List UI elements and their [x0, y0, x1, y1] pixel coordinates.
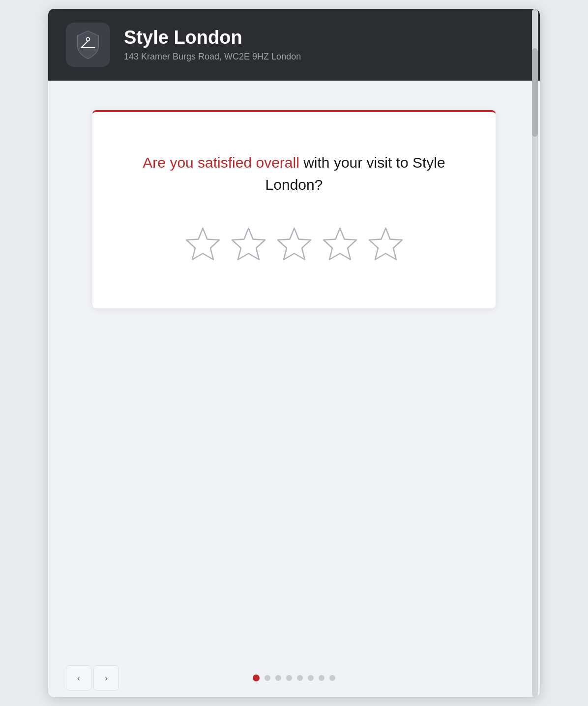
prev-button[interactable]: ‹: [66, 665, 91, 691]
business-name: Style London: [124, 28, 301, 48]
dot-1[interactable]: [253, 675, 260, 681]
business-address: 143 Kramer Burgs Road, WC2E 9HZ London: [124, 52, 301, 62]
dot-5[interactable]: [297, 675, 303, 681]
scrollbar-thumb[interactable]: [532, 48, 538, 137]
logo-badge: [66, 23, 110, 67]
next-button[interactable]: ›: [93, 665, 119, 691]
question-highlight: Are you satisfied overall: [143, 154, 299, 171]
star-2[interactable]: [230, 225, 267, 264]
svg-marker-4: [323, 228, 356, 260]
dots-row: [253, 675, 335, 681]
dot-8[interactable]: [329, 675, 335, 681]
logo-icon: [73, 30, 103, 59]
dot-4[interactable]: [286, 675, 292, 681]
svg-marker-2: [232, 228, 265, 260]
nav-footer: ‹ ›: [48, 675, 540, 681]
scrollbar[interactable]: [532, 9, 538, 697]
star-5[interactable]: [367, 225, 404, 264]
nav-arrows: ‹ ›: [66, 665, 119, 691]
star-4[interactable]: [322, 225, 358, 264]
dot-2[interactable]: [265, 675, 270, 681]
star-1[interactable]: [184, 225, 221, 264]
header-text: Style London 143 Kramer Burgs Road, WC2E…: [124, 28, 301, 62]
star-3[interactable]: [276, 225, 313, 264]
app-header: Style London 143 Kramer Burgs Road, WC2E…: [48, 9, 540, 81]
svg-marker-5: [369, 228, 402, 260]
main-content: Are you satisfied overall with your visi…: [48, 81, 540, 697]
dot-7[interactable]: [319, 675, 324, 681]
svg-marker-3: [278, 228, 311, 260]
survey-question: Are you satisfied overall with your visi…: [122, 151, 466, 196]
stars-row: [184, 225, 404, 264]
svg-marker-1: [186, 228, 219, 260]
dot-6[interactable]: [308, 675, 314, 681]
browser-window: Style London 143 Kramer Burgs Road, WC2E…: [48, 9, 540, 697]
dot-3[interactable]: [275, 675, 281, 681]
survey-card: Are you satisfied overall with your visi…: [92, 110, 496, 308]
